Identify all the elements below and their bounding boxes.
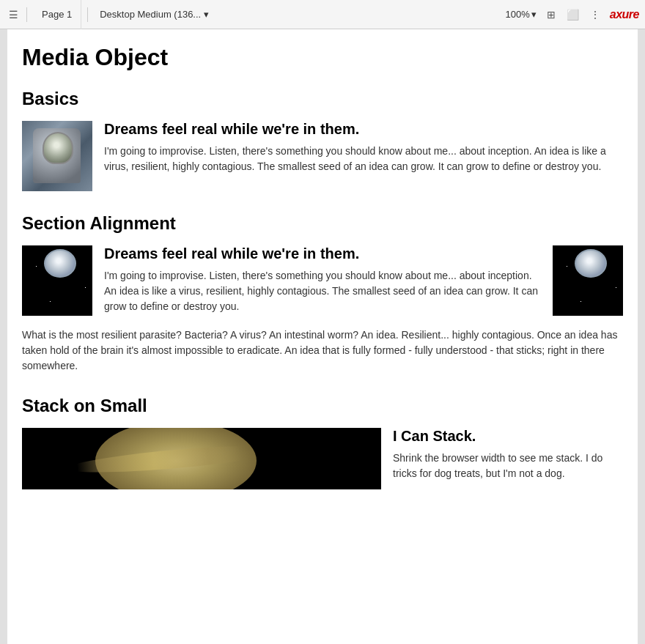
grid-icon[interactable]: ⊞ — [544, 7, 559, 22]
media-body-basics: Dreams feel real while we're in them. I'… — [104, 121, 623, 191]
zoom-selector[interactable]: 100% ▾ — [506, 9, 537, 20]
media-object-aligned: Dreams feel real while we're in them. I'… — [22, 245, 623, 316]
page-content: Media Object Basics Dreams feel real whi… — [7, 29, 638, 644]
zoom-label: 100% — [506, 9, 530, 20]
toolbar-separator-2 — [87, 7, 88, 22]
spacewalk-image-left — [22, 245, 92, 316]
page-title: Media Object — [22, 44, 623, 71]
section-title-basics: Basics — [22, 89, 623, 109]
stack-media-body: I Can Stack. Shrink the browser width to… — [393, 428, 623, 489]
saturn-image — [22, 428, 381, 489]
media-heading-basics: Dreams feel real while we're in them. — [104, 121, 623, 138]
media-heading-alignment: Dreams feel real while we're in them. — [104, 245, 541, 262]
zoom-chevron-icon: ▾ — [531, 9, 537, 20]
page-tab[interactable]: Page 1 — [33, 0, 81, 29]
media-body-alignment: Dreams feel real while we're in them. I'… — [104, 245, 541, 316]
astronaut-suit-image — [22, 121, 92, 191]
more-icon[interactable]: ⋮ — [588, 7, 602, 22]
stack-heading: I Can Stack. — [393, 428, 623, 445]
media-image-spacewalk-right — [553, 245, 623, 316]
media-image-spacewalk — [22, 245, 92, 316]
toolbar-right: 100% ▾ ⊞ ⬜ ⋮ axure — [506, 7, 639, 22]
toolbar-separator-1 — [26, 7, 27, 22]
media-text-alignment: I'm going to improvise. Listen, there's … — [104, 268, 541, 314]
stack-media-object: I Can Stack. Shrink the browser width to… — [22, 428, 623, 489]
page-tab-label: Page 1 — [42, 9, 72, 20]
media-object-basics: Dreams feel real while we're in them. I'… — [22, 121, 623, 191]
section-title-stack: Stack on Small — [22, 396, 623, 416]
media-image-basics — [22, 121, 92, 191]
spacewalk-bg-right — [553, 245, 623, 316]
stack-image-container — [22, 428, 381, 489]
stack-text: Shrink the browser width to see me stack… — [393, 451, 623, 481]
media-text-basics: I'm going to improvise. Listen, there's … — [104, 144, 623, 174]
spacewalk-image-right — [553, 245, 623, 316]
canvas: Media Object Basics Dreams feel real whi… — [0, 29, 645, 644]
spacewalk-bg — [22, 245, 92, 316]
viewport-selector[interactable]: Desktop Medium (136... ▾ — [94, 9, 215, 20]
frame-icon[interactable]: ⬜ — [566, 7, 580, 22]
section-title-alignment: Section Alignment — [22, 213, 623, 234]
hamburger-icon[interactable]: ☰ — [6, 7, 21, 22]
toolbar: ☰ Page 1 Desktop Medium (136... ▾ 100% ▾… — [0, 0, 645, 29]
viewport-label: Desktop Medium (136... — [100, 9, 201, 20]
additional-text-alignment: What is the most resilient parasite? Bac… — [22, 327, 623, 374]
viewport-chevron-icon: ▾ — [204, 9, 209, 20]
axure-logo: axure — [610, 8, 639, 21]
toolbar-left: ☰ Page 1 Desktop Medium (136... ▾ — [6, 0, 500, 29]
